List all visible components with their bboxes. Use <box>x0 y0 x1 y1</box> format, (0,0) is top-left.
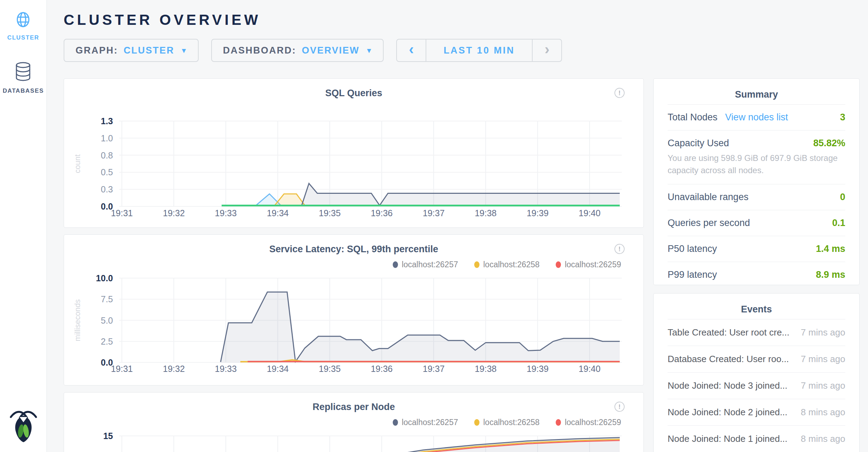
info-glyph: ! <box>618 403 620 411</box>
svg-text:19:40: 19:40 <box>579 364 601 374</box>
service-latency-plot[interactable]: 0.02.55.07.510.019:3119:3219:3319:3419:3… <box>64 271 643 376</box>
event-time: 7 mins ago <box>801 380 845 391</box>
svg-text:2.5: 2.5 <box>101 337 113 346</box>
chart-title: Replicas per Node <box>64 401 643 413</box>
summary-row-unavailable-ranges: Unavailable ranges 0 <box>668 184 845 210</box>
svg-text:19:40: 19:40 <box>579 208 601 218</box>
legend-item: localhost:26258 <box>474 260 540 269</box>
svg-text:19:33: 19:33 <box>215 364 237 374</box>
summary-title: Summary <box>668 89 845 100</box>
legend-dot-icon <box>556 419 561 426</box>
legend-item: localhost:26258 <box>474 418 540 427</box>
event-row: Table Created: User root cre... 7 mins a… <box>668 319 845 346</box>
main-area: CLUSTER OVERVIEW GRAPH: CLUSTER ▾ DASHBO… <box>47 0 868 452</box>
side-column: Summary Total Nodes View nodes list 3 Ca… <box>653 78 860 452</box>
chart-legend: localhost:26257localhost:26258localhost:… <box>64 418 643 427</box>
globe-icon <box>14 10 32 30</box>
charts-column: SQL Queries ! 0.00.30.50.81.01.319:3119:… <box>64 78 644 452</box>
summary-row-value: 0 <box>840 192 845 203</box>
legend-dot-icon <box>556 261 561 268</box>
event-text: Node Joined: Node 3 joined... <box>668 380 788 391</box>
sql-queries-plot[interactable]: 0.00.30.50.81.01.319:3119:3219:3319:3419… <box>64 110 643 220</box>
svg-text:15: 15 <box>103 431 113 441</box>
svg-text:0.8: 0.8 <box>101 150 113 160</box>
chart-legend: localhost:26257localhost:26258localhost:… <box>64 260 643 269</box>
svg-text:10.0: 10.0 <box>96 273 113 283</box>
event-time: 8 mins ago <box>801 407 845 418</box>
svg-text:19:36: 19:36 <box>371 208 393 218</box>
svg-text:19:34: 19:34 <box>267 208 289 218</box>
event-time: 7 mins ago <box>801 327 845 338</box>
legend-dot-icon <box>474 419 479 426</box>
replicas-per-node-plot[interactable]: 05101519:3119:3219:3319:3419:3519:3619:3… <box>64 429 643 452</box>
svg-text:19:34: 19:34 <box>267 364 289 374</box>
graph-dropdown-value: CLUSTER <box>124 45 175 56</box>
chart-title: Service Latency: SQL, 99th percentile <box>64 243 643 255</box>
legend-item: localhost:26259 <box>556 418 621 427</box>
chevron-down-icon: ▾ <box>182 46 187 55</box>
legend-dot-icon <box>393 419 398 426</box>
chart-title: SQL Queries <box>64 87 643 99</box>
summary-row-label: Capacity Used <box>668 138 729 149</box>
event-text: Table Created: User root cre... <box>668 327 789 338</box>
legend-item: localhost:26257 <box>393 260 458 269</box>
sidebar-item-cluster[interactable]: CLUSTER <box>7 10 39 41</box>
svg-text:19:35: 19:35 <box>319 364 341 374</box>
time-range-next-button[interactable]: › <box>532 40 561 61</box>
info-icon[interactable]: ! <box>614 244 625 254</box>
svg-text:7.5: 7.5 <box>101 294 113 304</box>
page-title: CLUSTER OVERVIEW <box>64 0 860 28</box>
info-glyph: ! <box>618 245 620 253</box>
sidebar: CLUSTER DATABASES <box>0 0 47 452</box>
svg-text:19:36: 19:36 <box>371 364 393 374</box>
svg-text:19:31: 19:31 <box>111 364 133 374</box>
dashboard-dropdown-label: DASHBOARD: <box>223 45 297 56</box>
summary-row-p99-latency: P99 latency 8.9 ms <box>668 262 845 285</box>
sidebar-item-databases[interactable]: DATABASES <box>3 62 44 94</box>
event-row: Node Joined: Node 2 joined... 8 mins ago <box>668 399 845 425</box>
time-range-prev-button[interactable]: ‹ <box>397 40 426 61</box>
sidebar-item-label: CLUSTER <box>7 34 39 41</box>
info-icon[interactable]: ! <box>614 402 625 412</box>
events-card: Events Table Created: User root cre... 7… <box>653 293 860 452</box>
legend-dot-icon <box>393 261 398 268</box>
service-latency-card: Service Latency: SQL, 99th percentile ! … <box>64 234 644 386</box>
capacity-description: You are using 598.9 GiB of 697.9 GiB sto… <box>668 152 845 177</box>
event-text: Node Joined: Node 1 joined... <box>668 433 788 444</box>
event-time: 8 mins ago <box>801 433 845 444</box>
database-icon <box>14 62 32 83</box>
info-icon[interactable]: ! <box>614 88 625 98</box>
view-nodes-list-link[interactable]: View nodes list <box>725 112 788 123</box>
svg-text:19:38: 19:38 <box>475 208 497 218</box>
svg-text:19:31: 19:31 <box>111 208 133 218</box>
content: SQL Queries ! 0.00.30.50.81.01.319:3119:… <box>64 78 860 452</box>
sql-queries-card: SQL Queries ! 0.00.30.50.81.01.319:3119:… <box>64 78 644 228</box>
time-range-label[interactable]: LAST 10 MIN <box>426 40 532 61</box>
svg-text:1.3: 1.3 <box>101 116 113 126</box>
controls-bar: GRAPH: CLUSTER ▾ DASHBOARD: OVERVIEW ▾ ‹… <box>64 39 860 62</box>
graph-dropdown[interactable]: GRAPH: CLUSTER ▾ <box>64 39 199 62</box>
svg-text:19:33: 19:33 <box>215 208 237 218</box>
svg-text:19:32: 19:32 <box>163 208 185 218</box>
svg-text:19:39: 19:39 <box>527 208 549 218</box>
svg-text:0.5: 0.5 <box>101 167 113 177</box>
summary-row-label: P50 latency <box>668 243 717 254</box>
cockroach-logo-icon <box>7 407 40 444</box>
summary-row-capacity-used: Capacity Used 85.82% You are using 598.9… <box>668 130 845 184</box>
info-glyph: ! <box>618 89 620 97</box>
dashboard-dropdown[interactable]: DASHBOARD: OVERVIEW ▾ <box>211 39 384 62</box>
summary-row-value: 0.1 <box>832 218 845 228</box>
legend-item: localhost:26259 <box>556 260 621 269</box>
summary-row-value: 8.9 ms <box>816 269 845 280</box>
summary-row-value: 1.4 ms <box>816 243 845 254</box>
summary-row-label: Queries per second <box>668 218 750 228</box>
time-range-selector: ‹ LAST 10 MIN › <box>396 39 562 62</box>
event-time: 7 mins ago <box>801 354 845 365</box>
summary-row-queries-per-second: Queries per second 0.1 <box>668 210 845 236</box>
dashboard-dropdown-value: OVERVIEW <box>302 45 360 56</box>
svg-text:count: count <box>73 154 82 173</box>
summary-row-p50-latency: P50 latency 1.4 ms <box>668 236 845 262</box>
svg-text:0.3: 0.3 <box>101 184 113 194</box>
legend-item: localhost:26257 <box>393 418 458 427</box>
event-row: Database Created: User roo... 7 mins ago <box>668 346 845 372</box>
